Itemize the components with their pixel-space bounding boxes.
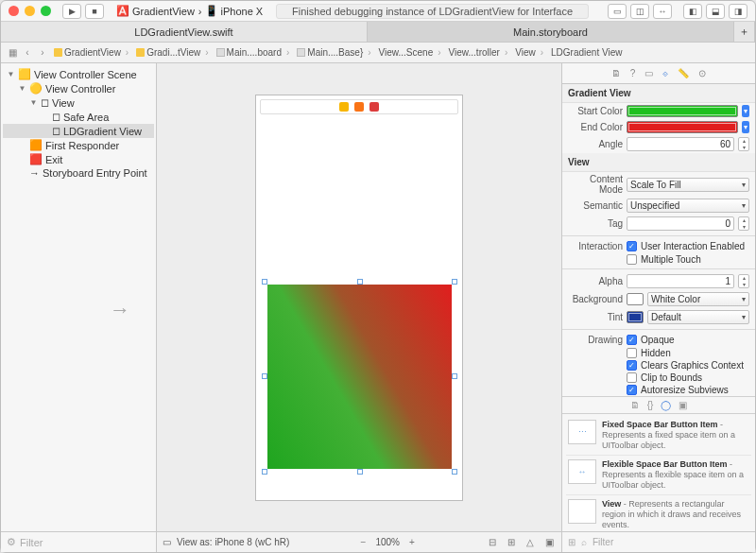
zoom-button[interactable] (41, 6, 51, 16)
gear-icon[interactable]: ⚙ (7, 536, 16, 548)
related-items-icon[interactable]: ▦ (5, 47, 20, 58)
resize-handle-tm[interactable] (357, 279, 363, 285)
ars-checkbox[interactable]: ✓ (627, 385, 637, 395)
alpha-field[interactable]: 1 (627, 274, 734, 288)
tab-swift-file[interactable]: LDGradientView.swift (1, 22, 368, 42)
resize-handle-br[interactable] (452, 469, 457, 475)
tab-storyboard[interactable]: Main.storyboard (368, 22, 734, 42)
help-inspector-icon[interactable]: ? (630, 68, 636, 78)
opaque-checkbox[interactable]: ✓ (627, 335, 637, 345)
resize-handle-tl[interactable] (262, 279, 267, 285)
file-template-lib-icon[interactable]: 🗎 (630, 400, 640, 410)
device-bar-icon[interactable]: ▭ (163, 537, 171, 547)
alpha-stepper[interactable]: ▴▾ (738, 274, 749, 288)
editor-version[interactable]: ↔ (653, 4, 672, 19)
zoom-in-button[interactable]: + (405, 537, 419, 547)
grid-view-icon[interactable]: ⊞ (568, 537, 576, 547)
exit-icon[interactable] (369, 102, 379, 112)
crumb-scene[interactable]: View...Scene (375, 47, 445, 58)
semantic-popup[interactable]: Unspecified (627, 199, 749, 213)
library-filter[interactable]: ⊞ ⌕ Filter (562, 531, 755, 552)
ctb-checkbox[interactable] (627, 372, 637, 383)
start-color-well[interactable] (627, 105, 738, 117)
minimize-button[interactable] (25, 6, 35, 16)
uie-checkbox[interactable]: ✓ (627, 241, 637, 251)
multitouch-checkbox[interactable] (627, 254, 637, 265)
toggle-inspector[interactable]: ◨ (729, 4, 747, 19)
resize-handle-bl[interactable] (262, 469, 267, 475)
crumb-group[interactable]: Gradi...tView (132, 47, 212, 58)
scheme-selector[interactable]: 🅰️ GradientView › 📱 iPhone X (117, 6, 263, 17)
editor-standard[interactable]: ▭ (608, 4, 627, 19)
library-item[interactable]: ⋯Fixed Space Bar Button Item - Represent… (566, 416, 751, 456)
file-inspector-icon[interactable]: 🗎 (611, 68, 621, 78)
library-item[interactable]: ↔Flexible Space Bar Button Item - Repres… (566, 456, 751, 495)
forward-button[interactable]: › (35, 47, 50, 58)
scene-view-controller[interactable] (255, 95, 463, 501)
run-button[interactable]: ▶ (62, 4, 81, 19)
entry-point-arrow[interactable]: → (110, 298, 130, 322)
object-lib-icon[interactable]: ◯ (661, 400, 671, 410)
zoom-out-button[interactable]: − (356, 537, 369, 547)
resize-handle-bm[interactable] (357, 469, 363, 475)
library-item[interactable]: View - Represents a rectangular region i… (566, 495, 751, 531)
outline-row[interactable]: ▼🟡View Controller (3, 81, 154, 95)
outline-row[interactable]: →Storyboard Entry Point (3, 166, 154, 180)
media-lib-icon[interactable]: ▣ (679, 400, 687, 410)
crumb-base[interactable]: Main....Base} (293, 47, 374, 58)
connections-inspector-icon[interactable]: ⊙ (698, 68, 706, 78)
toggle-debug[interactable]: ⬓ (706, 4, 725, 19)
tint-popup[interactable]: Default (647, 310, 749, 324)
crumb-view[interactable]: View (511, 47, 547, 58)
align-menu-icon[interactable]: ⊟ (486, 537, 499, 547)
outline-row[interactable]: ▼◻View (3, 95, 154, 110)
content-mode-popup[interactable]: Scale To Fill (627, 178, 749, 192)
tint-well[interactable] (627, 311, 644, 323)
stop-button[interactable]: ■ (85, 4, 104, 19)
resize-handle-ml[interactable] (262, 373, 267, 379)
background-popup[interactable]: White Color (647, 292, 749, 306)
back-button[interactable]: ‹ (20, 47, 35, 58)
tab-add[interactable]: ＋ (734, 22, 755, 42)
outline-row[interactable]: 🟥Exit (3, 152, 154, 166)
cgc-checkbox[interactable]: ✓ (627, 360, 637, 371)
resize-handle-tr[interactable] (452, 279, 457, 285)
toggle-navigator[interactable]: ◧ (683, 4, 702, 19)
crumb-gradient[interactable]: LDGradient View (547, 47, 630, 58)
crumb-storyboard[interactable]: Main....board (213, 47, 294, 58)
embed-menu-icon[interactable]: ▣ (542, 537, 556, 547)
tag-stepper[interactable]: ▴▾ (738, 216, 749, 231)
tag-field[interactable]: 0 (627, 216, 734, 231)
size-inspector-icon[interactable]: 📏 (678, 68, 689, 78)
angle-stepper[interactable]: ▴▾ (738, 137, 749, 151)
vc-proxy-icon[interactable] (339, 102, 349, 112)
pin-menu-icon[interactable]: ⊞ (505, 537, 518, 547)
hidden-checkbox[interactable] (627, 348, 637, 358)
resize-handle-mr[interactable] (452, 373, 457, 379)
outline-row[interactable]: ◻LDGradient View (3, 124, 154, 138)
first-responder-icon[interactable] (354, 102, 364, 112)
background-well[interactable] (627, 293, 644, 305)
view-as-label[interactable]: View as: iPhone 8 (wC hR) (177, 537, 289, 547)
object-library[interactable]: ⋯Fixed Space Bar Button Item - Represent… (562, 414, 755, 531)
identity-inspector-icon[interactable]: ▭ (644, 68, 653, 78)
scene-dock[interactable] (260, 99, 458, 114)
crumb-project[interactable]: GradientView (50, 47, 132, 58)
resolve-issues-icon[interactable]: △ (524, 537, 537, 547)
outline-row[interactable]: ◻Safe Area (3, 110, 154, 124)
close-button[interactable] (9, 6, 19, 16)
outline-row[interactable]: ▼🟨View Controller Scene (3, 67, 154, 81)
end-color-well[interactable] (627, 121, 738, 133)
canvas-viewport[interactable]: → (157, 63, 561, 531)
editor-assistant[interactable]: ◫ (630, 4, 649, 19)
ldgradient-view[interactable] (267, 285, 452, 469)
angle-field[interactable]: 60 (627, 137, 734, 151)
zoom-value[interactable]: 100% (375, 537, 400, 547)
color-popup-icon[interactable]: ▾ (742, 121, 749, 133)
outline-row[interactable]: 🟧First Responder (3, 138, 154, 152)
color-popup-icon[interactable]: ▾ (742, 105, 749, 117)
code-snippet-lib-icon[interactable]: {} (647, 400, 654, 410)
outline-filter[interactable]: ⚙ Filter (1, 531, 156, 552)
attributes-inspector-icon[interactable]: ⟐ (662, 68, 668, 78)
crumb-vc[interactable]: View...troller (445, 47, 512, 58)
